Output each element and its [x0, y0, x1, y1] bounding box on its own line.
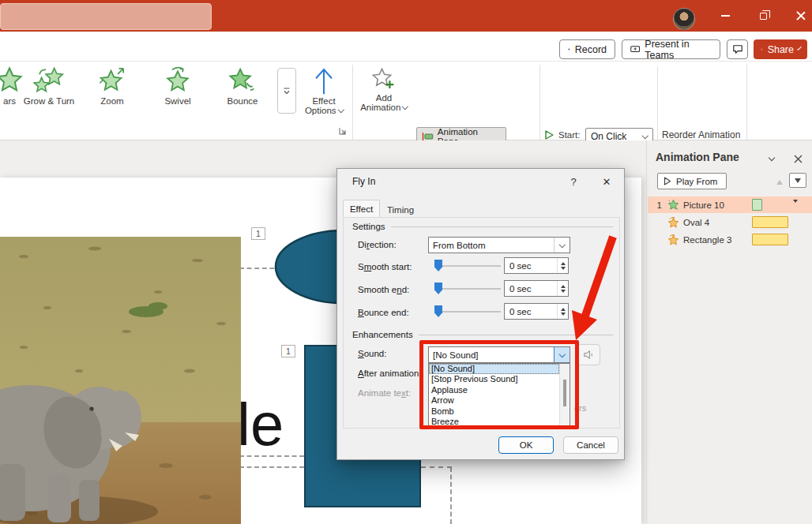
record-icon	[568, 44, 570, 54]
bounce-end-thumb[interactable]	[434, 305, 442, 317]
animation-order-badge[interactable]: 1	[281, 345, 295, 357]
direction-label: Direction:	[358, 240, 397, 249]
gallery-more-button[interactable]	[277, 68, 296, 114]
zoom-star-icon	[97, 66, 127, 93]
animation-pane-icon	[422, 132, 434, 141]
add-animation-chevron-icon	[402, 103, 408, 110]
effect-options-arrow-icon	[312, 66, 336, 96]
add-animation-label-1: Add	[376, 93, 392, 103]
smooth-end-label: Smooth end:	[358, 285, 409, 294]
account-avatar[interactable]	[673, 8, 695, 30]
quick-actions-row: Record Present in Teams Share	[0, 32, 812, 62]
present-in-teams-button[interactable]: Present in Teams	[622, 39, 720, 59]
item-name: Oval 4	[683, 218, 709, 227]
entrance-star-icon	[667, 199, 679, 211]
spin-down-icon[interactable]	[561, 290, 566, 293]
timeline-bar-yellow[interactable]	[752, 234, 788, 245]
elephant-photo[interactable]	[0, 237, 241, 524]
start-play-icon	[543, 129, 554, 140]
title-bar	[0, 0, 812, 32]
gallery-item-grow-turn[interactable]: Grow & Turn	[19, 66, 79, 115]
smooth-end-value: 0 sec	[505, 284, 557, 294]
search-box[interactable]	[0, 3, 212, 30]
slide-title-fragment[interactable]: le	[237, 390, 284, 458]
start-label: Start:	[558, 130, 580, 140]
spin-down-icon[interactable]	[561, 313, 566, 316]
spin-down-icon[interactable]	[561, 267, 566, 270]
timeline-bar-yellow[interactable]	[752, 216, 788, 228]
dialog-help-button[interactable]: ?	[563, 174, 584, 189]
animate-text-label: Animate text:	[358, 388, 411, 398]
pane-move-up-button[interactable]	[771, 174, 788, 189]
teams-present-icon	[630, 44, 640, 54]
animation-pane-title: Animation Pane	[656, 151, 739, 163]
smooth-start-slider[interactable]	[434, 260, 501, 272]
pane-collapse-button[interactable]	[765, 152, 779, 165]
pane-chevron-icon	[769, 154, 775, 160]
spin-up-icon[interactable]	[561, 285, 566, 288]
sound-volume-button[interactable]	[577, 344, 600, 365]
share-label: Share	[768, 44, 794, 55]
tab-effect[interactable]: Effect	[343, 200, 380, 218]
add-animation-button[interactable]: Add Animation	[357, 66, 411, 112]
workspace: le	[0, 140, 812, 524]
add-animation-icon	[371, 66, 397, 93]
down-triangle-icon	[795, 178, 801, 183]
enhancements-label: Enhancements	[352, 330, 413, 339]
item-dropdown-icon[interactable]	[793, 203, 798, 212]
restore-button[interactable]	[746, 0, 780, 32]
swivel-star-icon	[163, 66, 193, 93]
smooth-start-value: 0 sec	[505, 261, 557, 271]
enhancements-group-header: Enhancements	[352, 330, 613, 339]
animation-dialog-launcher-icon[interactable]	[338, 126, 348, 136]
record-button[interactable]: Record	[559, 39, 615, 59]
direction-chevron-icon[interactable]	[554, 238, 570, 253]
cancel-button[interactable]: Cancel	[563, 436, 618, 454]
bounce-end-value: 0 sec	[505, 307, 557, 316]
pane-item-picture-10[interactable]: 1 Picture 10	[648, 196, 812, 213]
gallery-label: Zoom	[100, 96, 123, 106]
pane-move-down-button[interactable]	[789, 173, 806, 188]
bounce-end-slider[interactable]	[434, 305, 501, 318]
pane-close-button[interactable]	[791, 152, 805, 165]
gallery-item-swivel[interactable]: Swivel	[148, 66, 208, 115]
smooth-start-spinner[interactable]: 0 sec	[504, 257, 569, 274]
pane-item-oval-4[interactable]: Oval 4	[648, 214, 812, 230]
bounce-end-spinner[interactable]: 0 sec	[504, 303, 569, 320]
powerpoint-window: Record Present in Teams Share ars G	[0, 0, 812, 524]
item-order: 1	[648, 200, 662, 210]
share-button[interactable]: Share	[754, 39, 807, 59]
gallery-label: Grow & Turn	[24, 96, 75, 106]
minimize-button[interactable]	[708, 0, 742, 32]
smooth-end-thumb[interactable]	[434, 283, 442, 294]
spin-up-icon[interactable]	[561, 308, 566, 311]
ok-button[interactable]: OK	[498, 436, 554, 454]
effect-options-button[interactable]: Effect Options	[301, 66, 347, 115]
comments-button[interactable]	[727, 39, 748, 59]
spin-up-icon[interactable]	[561, 262, 566, 265]
timeline-bar-green[interactable]	[752, 199, 762, 211]
smooth-start-thumb[interactable]	[434, 260, 442, 271]
animation-order-badge[interactable]: 1	[251, 227, 265, 240]
record-label: Record	[575, 44, 607, 55]
after-animation-label: After animation:	[358, 369, 422, 378]
direction-dropdown[interactable]: From Bottom	[428, 237, 570, 253]
effect-options-chevron-icon	[337, 107, 344, 113]
comment-icon	[732, 44, 743, 54]
emphasis-star-icon	[667, 234, 679, 245]
close-button[interactable]	[784, 0, 812, 32]
smooth-end-slider[interactable]	[434, 283, 501, 295]
pane-item-rectangle-3[interactable]: Rectangle 3	[648, 231, 812, 248]
smooth-end-spinner[interactable]: 0 sec	[504, 280, 569, 297]
tab-timing[interactable]: Timing	[380, 202, 421, 218]
gallery-item-zoom[interactable]: Zoom	[82, 66, 142, 115]
share-icon	[761, 44, 763, 54]
play-from-button[interactable]: Play From	[657, 173, 727, 189]
grow-turn-star-icon	[33, 66, 65, 93]
gallery-item-bounce[interactable]: Bounce	[212, 66, 273, 115]
dialog-close-button[interactable]: ✕	[596, 174, 617, 189]
close-icon	[796, 11, 806, 21]
add-animation-label-2: Animation	[360, 103, 400, 112]
settings-label: Settings	[352, 222, 385, 231]
start-control: Start:	[543, 129, 580, 140]
